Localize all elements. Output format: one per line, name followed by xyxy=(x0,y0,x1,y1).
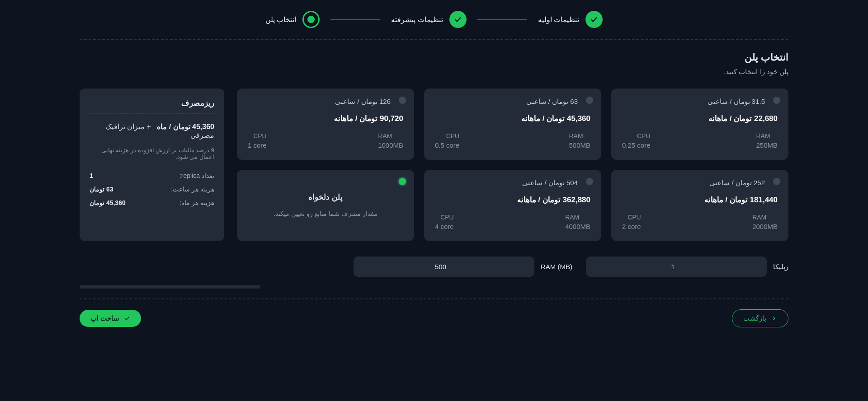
plan-monthly: 22,680 تومان / ماهانه xyxy=(622,114,778,123)
plan-ram-label: RAM xyxy=(569,132,590,140)
radio-icon xyxy=(773,97,780,104)
summary-row-key: هزینه هر ماه: xyxy=(179,199,214,206)
page-title: انتخاب پلن xyxy=(80,51,788,63)
footer: بازگشت ساخت اپ xyxy=(80,298,788,327)
plan-ram-value: 500MB xyxy=(569,141,590,149)
custom-plan-title: پلن دلخواه xyxy=(248,192,403,202)
chevron-right-icon xyxy=(771,315,777,322)
summary-tax-note: 9 درصد مالیات بر ارزش افزوده در هزینه نه… xyxy=(90,147,214,160)
step-advanced: تنظیمات پیشرفته xyxy=(391,11,466,28)
step-label: تنظیمات پیشرفته xyxy=(391,15,443,24)
plan-ram-value: 4000MB xyxy=(565,223,590,230)
stepper: تنظیمات اولیه تنظیمات پیشرفته انتخاب پلن xyxy=(80,11,788,28)
create-app-button[interactable]: ساخت اپ xyxy=(80,310,141,327)
summary-row-val: 1 xyxy=(90,172,93,179)
plan-cpu-value: 4 core xyxy=(435,223,454,230)
plan-card-3[interactable]: 252 تومان / ساعتی 181,440 تومان / ماهانه… xyxy=(611,170,788,241)
plan-card-2[interactable]: 126 تومان / ساعتی 90,720 تومان / ماهانه … xyxy=(237,89,414,160)
step-plan: انتخاب پلن xyxy=(265,11,320,28)
summary-row-val: 63 تومان xyxy=(90,186,113,193)
summary-row-key: تعداد replica: xyxy=(179,172,214,179)
plan-cpu-value: 1 core xyxy=(248,141,267,149)
summary-card: ریزمصرف 45,360 تومان / ماه + میزان ترافی… xyxy=(80,89,224,241)
replica-input[interactable] xyxy=(586,256,767,277)
step-initial: تنظیمات اولیه xyxy=(538,11,603,28)
plan-ram-label: RAM xyxy=(752,214,778,221)
plan-ram-value: 2000MB xyxy=(752,223,778,230)
plan-monthly: 90,720 تومان / ماهانه xyxy=(248,114,403,123)
radio-icon xyxy=(773,178,780,185)
plan-card-custom[interactable]: پلن دلخواه مقدار مصرف شما منابع رو تعیین… xyxy=(237,170,414,241)
summary-main-price: 45,360 تومان / ماه + میزان ترافیک مصرفی xyxy=(90,122,214,140)
plan-cpu-label: CPU xyxy=(248,132,267,140)
radio-icon xyxy=(399,178,406,185)
step-separator xyxy=(330,19,380,20)
plan-ram-label: RAM xyxy=(378,132,403,140)
create-app-button-label: ساخت اپ xyxy=(90,314,119,322)
ram-label: RAM (MB) xyxy=(541,263,572,270)
summary-row-month: هزینه هر ماه: 45,360 تومان xyxy=(90,199,214,206)
check-icon xyxy=(124,315,130,322)
page-subtitle: پلن خود را انتخاب کنید. xyxy=(80,68,788,76)
plan-ram-label: RAM xyxy=(756,132,778,140)
plan-hourly: 31.5 تومان / ساعتی xyxy=(622,98,765,106)
plan-card-4[interactable]: 504 تومان / ساعتی 362,880 تومان / ماهانه… xyxy=(424,170,601,241)
step-label: انتخاب پلن xyxy=(265,15,296,24)
ram-field: RAM (MB) xyxy=(354,256,572,277)
summary-row-key: هزینه هر ساعت: xyxy=(171,186,214,193)
plan-card-0[interactable]: 31.5 تومان / ساعتی 22,680 تومان / ماهانه… xyxy=(611,89,788,160)
step-check-icon xyxy=(449,11,467,28)
plan-ram-label: RAM xyxy=(565,214,590,221)
page-heading: انتخاب پلن پلن خود را انتخاب کنید. xyxy=(80,51,788,76)
summary-main-price-value: 45,360 تومان / ماه xyxy=(157,123,214,131)
radio-icon xyxy=(399,97,406,104)
plan-hourly: 126 تومان / ساعتی xyxy=(248,98,391,106)
radio-icon xyxy=(586,178,593,185)
summary-row-replica: تعداد replica: 1 xyxy=(90,172,214,179)
step-current-icon xyxy=(302,11,320,28)
replica-label: رپلیکا xyxy=(773,263,788,271)
summary-title: ریزمصرف xyxy=(90,98,214,108)
plan-monthly: 181,440 تومان / ماهانه xyxy=(622,195,778,205)
summary-row-val: 45,360 تومان xyxy=(90,199,126,206)
divider xyxy=(90,113,214,114)
custom-plan-desc: مقدار مصرف شما منابع رو تعیین میکند. xyxy=(248,208,403,219)
plan-hourly: 252 تومان / ساعتی xyxy=(622,179,765,187)
step-label: تنظیمات اولیه xyxy=(538,15,579,24)
plan-cpu-value: 0.5 core xyxy=(435,141,459,149)
plan-cpu-label: CPU xyxy=(622,132,651,140)
summary-row-hour: هزینه هر ساعت: 63 تومان xyxy=(90,186,214,193)
plan-monthly: 362,880 تومان / ماهانه xyxy=(435,195,590,205)
plans-grid: 31.5 تومان / ساعتی 22,680 تومان / ماهانه… xyxy=(237,89,788,241)
plan-cpu-label: CPU xyxy=(435,132,459,140)
plan-cpu-value: 2 core xyxy=(622,223,641,230)
step-separator xyxy=(477,19,527,20)
plan-hourly: 504 تومان / ساعتی xyxy=(435,179,578,187)
back-button[interactable]: بازگشت xyxy=(732,309,788,327)
step-check-icon xyxy=(585,11,603,28)
ram-input[interactable] xyxy=(354,256,534,277)
back-button-label: بازگشت xyxy=(743,314,766,322)
plan-card-1[interactable]: 63 تومان / ساعتی 45,360 تومان / ماهانه R… xyxy=(424,89,601,160)
plan-cpu-label: CPU xyxy=(622,214,641,221)
plan-cpu-value: 0.25 core xyxy=(622,141,651,149)
inputs-row: رپلیکا RAM (MB) xyxy=(80,256,788,277)
plan-ram-value: 250MB xyxy=(756,141,778,149)
plan-cpu-label: CPU xyxy=(435,214,454,221)
replica-field: رپلیکا xyxy=(586,256,788,277)
ram-slider[interactable] xyxy=(80,285,260,289)
divider xyxy=(80,39,788,40)
radio-icon xyxy=(586,97,593,104)
plan-ram-value: 1000MB xyxy=(378,141,403,149)
plan-monthly: 45,360 تومان / ماهانه xyxy=(435,114,590,123)
plan-hourly: 63 تومان / ساعتی xyxy=(435,98,578,106)
